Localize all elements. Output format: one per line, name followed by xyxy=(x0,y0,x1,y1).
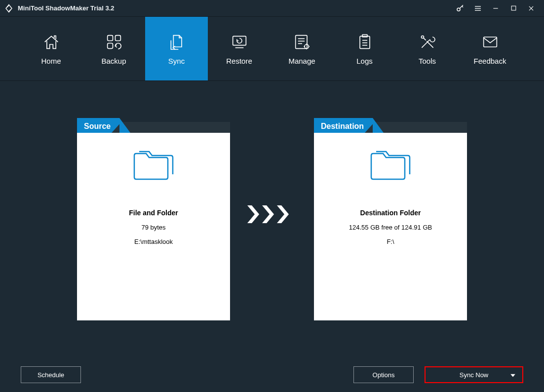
nav-label: Restore xyxy=(226,57,252,65)
tools-icon xyxy=(418,32,437,52)
nav-backup[interactable]: Backup xyxy=(82,17,145,80)
logs-icon xyxy=(355,32,375,52)
nav-label: Backup xyxy=(101,57,126,65)
caret-down-icon xyxy=(510,371,515,379)
nav-logs[interactable]: Logs xyxy=(333,17,396,80)
folder-icon xyxy=(368,147,413,184)
titlebar: MiniTool ShadowMaker Trial 3.2 xyxy=(0,0,544,17)
sync-now-label: Sync Now xyxy=(460,371,489,379)
svg-rect-11 xyxy=(233,36,246,45)
destination-body[interactable]: Destination Folder 124.55 GB free of 124… xyxy=(314,133,467,320)
svg-point-0 xyxy=(457,8,460,11)
footer-bar: Schedule Options Sync Now xyxy=(0,357,544,392)
options-button[interactable]: Options xyxy=(353,366,414,383)
destination-path: F:\ xyxy=(387,238,394,245)
destination-tab-header: Destination xyxy=(314,118,467,133)
nav-sync[interactable]: Sync xyxy=(145,17,208,80)
nav-manage[interactable]: Manage xyxy=(271,17,333,80)
source-panel[interactable]: Source File and Folder 79 bytes E:\mttas… xyxy=(77,118,230,320)
nav-label: Logs xyxy=(356,57,373,65)
svg-rect-5 xyxy=(511,6,516,10)
nav-tools[interactable]: Tools xyxy=(396,17,459,80)
key-icon[interactable] xyxy=(451,0,469,17)
source-tab-header: Source xyxy=(77,118,230,133)
svg-rect-25 xyxy=(483,37,497,47)
feedback-icon xyxy=(480,32,500,52)
restore-icon xyxy=(230,32,249,52)
sync-now-button[interactable]: Sync Now xyxy=(425,366,523,383)
menu-icon[interactable] xyxy=(469,0,487,17)
destination-title: Destination Folder xyxy=(360,209,421,217)
source-body[interactable]: File and Folder 79 bytes E:\mttasklook xyxy=(77,133,230,320)
nav-label: Sync xyxy=(168,57,185,65)
destination-size: 124.55 GB free of 124.91 GB xyxy=(349,224,432,231)
destination-panel[interactable]: Destination Destination Folder 124.55 GB… xyxy=(314,118,467,320)
nav-label: Manage xyxy=(288,57,315,65)
folder-icon xyxy=(131,147,176,184)
sync-icon xyxy=(167,32,187,52)
svg-rect-9 xyxy=(115,36,120,41)
svg-rect-8 xyxy=(107,36,113,41)
close-button[interactable] xyxy=(522,0,540,17)
destination-tab-label: Destination xyxy=(314,118,373,133)
source-title: File and Folder xyxy=(129,209,178,217)
svg-rect-10 xyxy=(107,43,113,49)
minimize-button[interactable] xyxy=(487,0,505,17)
svg-rect-18 xyxy=(360,36,370,48)
nav-label: Feedback xyxy=(474,57,506,65)
home-icon xyxy=(41,32,61,52)
nav-label: Home xyxy=(41,57,61,65)
nav-feedback[interactable]: Feedback xyxy=(459,17,521,80)
schedule-button[interactable]: Schedule xyxy=(21,366,81,383)
arrow-separator-icon xyxy=(245,204,299,224)
source-path: E:\mttasklook xyxy=(134,238,173,245)
app-logo-icon xyxy=(4,3,14,13)
maximize-button[interactable] xyxy=(505,0,522,17)
backup-icon xyxy=(104,32,124,52)
svg-rect-13 xyxy=(295,36,307,49)
svg-line-24 xyxy=(423,38,426,40)
manage-icon xyxy=(292,32,312,52)
nav-label: Tools xyxy=(419,57,436,65)
source-size: 79 bytes xyxy=(141,224,165,231)
nav-restore[interactable]: Restore xyxy=(208,17,271,80)
nav-home[interactable]: Home xyxy=(20,17,82,80)
window-title: MiniTool ShadowMaker Trial 3.2 xyxy=(18,4,115,12)
main-navbar: Home Backup Sync Restore xyxy=(0,17,544,81)
main-content: Source File and Folder 79 bytes E:\mttas… xyxy=(0,81,544,357)
